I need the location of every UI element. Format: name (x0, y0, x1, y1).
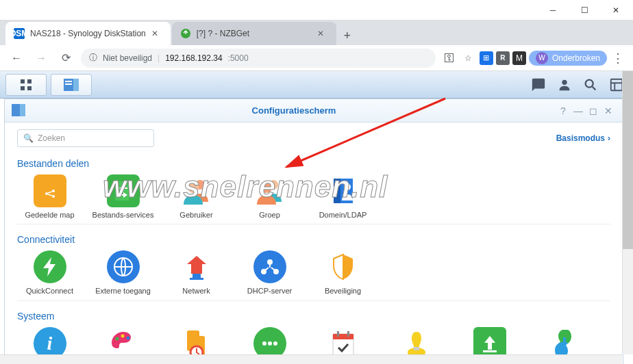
svg-rect-15 (20, 104, 25, 116)
svg-rect-48 (414, 347, 419, 350)
dsm-main-menu-button[interactable] (5, 74, 47, 96)
scroll-thumb[interactable] (623, 71, 633, 249)
svg-rect-10 (65, 83, 72, 85)
profile-label: Onderbroken (552, 53, 600, 63)
tab-favicon-nzbget (180, 28, 191, 39)
svg-rect-6 (27, 86, 32, 90)
section-connectivity: Connectiviteit QuickConnect Externe toeg… (5, 227, 623, 303)
item-external-access[interactable]: Externe toegang (90, 250, 156, 296)
svg-point-35 (121, 334, 124, 337)
vertical-scrollbar[interactable] (622, 71, 633, 354)
tab-favicon-dsm: DSM (14, 28, 25, 39)
window-minimize-icon[interactable]: ― (571, 105, 586, 116)
svg-point-12 (586, 79, 593, 87)
extension-icon[interactable]: ⊞ (480, 51, 493, 65)
panel-top-bar: 🔍 Zoeken Basismodus › (5, 122, 623, 151)
svg-point-31 (267, 259, 273, 265)
svg-point-16 (45, 192, 48, 195)
svg-point-18 (52, 195, 55, 198)
chevron-right-icon: › (608, 133, 610, 143)
window-icon (12, 104, 25, 118)
window-title-bar: ─ ☐ ✕ (0, 0, 633, 21)
browser-tab-inactive[interactable]: [?] ? - NZBGet ✕ (172, 22, 336, 45)
svg-point-22 (188, 182, 199, 193)
svg-rect-5 (21, 86, 25, 90)
svg-rect-4 (27, 79, 32, 83)
svg-rect-30 (190, 278, 203, 280)
dsm-user-icon[interactable] (554, 74, 575, 96)
extension-r-icon[interactable]: R (496, 51, 510, 65)
search-input[interactable]: 🔍 Zoeken (17, 129, 154, 147)
item-dhcp-server[interactable]: DHCP-server (237, 250, 302, 296)
section-file-sharing: Bestanden delen Gedeelde map Bestands-se… (5, 151, 623, 227)
item-shared-folder[interactable]: Gedeelde map (17, 174, 82, 220)
search-placeholder: Zoeken (38, 133, 65, 143)
window-close-icon[interactable]: ✕ (601, 105, 616, 116)
window-maximize-button[interactable]: ☐ (569, 0, 600, 21)
toolbar-right: ⚿ ☆ ⊞ R M W Onderbroken ⋮ (441, 50, 626, 66)
svg-rect-14 (12, 104, 20, 116)
svg-rect-9 (65, 81, 72, 82)
dsm-control-panel-button[interactable] (51, 74, 92, 96)
section-title: Bestanden delen (17, 158, 610, 169)
tab-close-icon[interactable]: ✕ (151, 29, 162, 38)
mode-toggle-link[interactable]: Basismodus › (556, 133, 610, 143)
svg-rect-29 (193, 274, 201, 278)
dsm-toolbar (0, 71, 633, 99)
svg-point-11 (562, 79, 567, 84)
dsm-search-icon[interactable] (580, 74, 601, 96)
browser-tab-bar: DSM NAS218 - Synology DiskStation ✕ [?] … (0, 21, 633, 45)
control-panel-window: Configuratiescherm ? ― ◻ ✕ 🔍 Zoeken Basi… (4, 99, 623, 364)
svg-rect-46 (347, 331, 349, 337)
new-tab-button[interactable]: + (338, 26, 357, 45)
nav-reload-button[interactable]: ⟳ (56, 49, 75, 68)
item-quickconnect[interactable]: QuickConnect (17, 250, 82, 296)
dsm-notifications-icon[interactable] (528, 74, 549, 96)
window-help-icon[interactable]: ? (556, 105, 571, 116)
info-icon: ⓘ (89, 52, 97, 64)
url-host: 192.168.192.34 (165, 53, 222, 63)
svg-rect-13 (611, 79, 623, 90)
browser-menu-button[interactable]: ⋮ (610, 51, 626, 66)
search-icon: 🔍 (23, 133, 34, 143)
browser-profile-button[interactable]: W Onderbroken (529, 51, 607, 66)
browser-address-bar: ← → ⟳ ⓘ Niet beveiligd | 192.168.192.34:… (0, 45, 633, 71)
section-title: Connectiviteit (17, 234, 610, 245)
svg-rect-49 (483, 350, 497, 352)
svg-rect-45 (337, 331, 339, 337)
svg-point-36 (126, 336, 129, 339)
item-network[interactable]: Netwerk (164, 250, 229, 296)
item-group[interactable]: Groep (237, 174, 302, 220)
browser-tab-active[interactable]: DSM NAS218 - Synology DiskStation ✕ (5, 22, 171, 45)
section-title: Systeem (17, 311, 610, 322)
profile-avatar: W (536, 52, 548, 64)
svg-point-24 (261, 182, 272, 193)
window-maximize-icon[interactable]: ◻ (586, 105, 601, 116)
item-file-services[interactable]: Bestands-services (90, 174, 156, 220)
security-label: Niet beveiligd (103, 53, 152, 63)
svg-rect-26 (334, 179, 340, 203)
nav-forward-button[interactable]: → (32, 49, 51, 68)
bookmark-star-icon[interactable]: ☆ (460, 50, 477, 66)
window-header: Configuratiescherm ? ― ◻ ✕ (5, 99, 623, 122)
extension-m-icon[interactable]: M (512, 51, 526, 65)
horizontal-scrollbar[interactable] (0, 354, 622, 364)
window-close-button[interactable]: ✕ (600, 0, 632, 21)
svg-point-34 (115, 337, 119, 340)
tab-close-icon[interactable]: ✕ (317, 29, 328, 38)
svg-point-40 (262, 341, 266, 346)
url-port: :5000 (228, 53, 249, 63)
item-domain-ldap[interactable]: Domein/LDAP (310, 174, 375, 220)
item-security[interactable]: Beveiliging (310, 250, 375, 296)
svg-point-42 (273, 341, 277, 346)
svg-point-27 (344, 183, 351, 190)
key-icon[interactable]: ⚿ (441, 50, 458, 66)
item-user[interactable]: Gebruiker (164, 174, 229, 220)
svg-rect-3 (21, 79, 25, 83)
svg-rect-44 (333, 334, 353, 339)
svg-text:DSM: DSM (14, 29, 25, 38)
nav-back-button[interactable]: ← (7, 49, 26, 68)
svg-rect-8 (73, 79, 79, 91)
window-minimize-button[interactable]: ─ (537, 0, 569, 21)
url-input[interactable]: ⓘ Niet beveiligd | 192.168.192.34:5000 (81, 49, 436, 68)
